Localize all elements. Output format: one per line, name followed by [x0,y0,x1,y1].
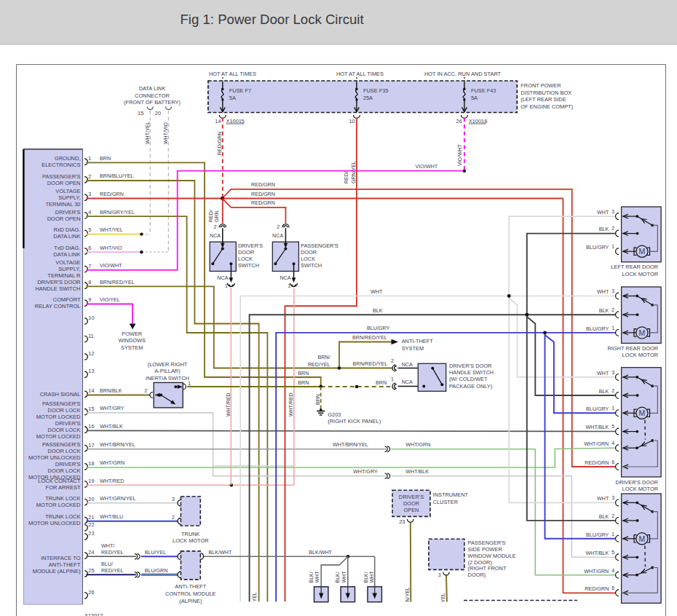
svg-text:INTERFACE TO: INTERFACE TO [41,555,80,561]
svg-text:1: 1 [611,532,614,537]
svg-text:TERMINAL R: TERMINAL R [47,272,81,279]
svg-text:GRN/YEL: GRN/YEL [351,161,356,183]
svg-text:RED/GRN: RED/GRN [251,182,275,188]
svg-text:WHT/GRN: WHT/GRN [584,441,609,447]
svg-text:10: 10 [349,118,355,125]
svg-text:2: 2 [611,388,614,393]
svg-text:1: 1 [611,406,614,411]
svg-text:G203: G203 [328,411,341,418]
svg-text:M: M [639,408,646,417]
svg-text:BRN: BRN [298,371,309,376]
svg-text:HANDLE SWITCH: HANDLE SWITCH [449,369,494,376]
svg-text:WHT: WHT [597,210,609,216]
svg-text:DRIVER'S DOOR: DRIVER'S DOOR [37,279,81,285]
svg-text:24: 24 [88,549,94,556]
svg-text:DRIVER'S: DRIVER'S [55,461,81,467]
svg-text:DRIVER'S: DRIVER'S [238,242,263,249]
svg-text:TRUNK LOCK: TRUNK LOCK [45,495,80,502]
svg-text:RxD DIAG.: RxD DIAG. [53,226,80,233]
svg-text:2: 2 [214,224,217,229]
svg-text:RED/GRN: RED/GRN [251,200,275,206]
svg-text:MOTOR LOCKED: MOTOR LOCKED [36,502,81,508]
svg-text:MOTOR LOCKED: MOTOR LOCKED [36,433,81,440]
svg-text:RED/GRN: RED/GRN [585,460,609,466]
svg-text:WHT/VIO: WHT/VIO [100,245,122,251]
svg-text:DOOR: DOOR [403,500,419,507]
svg-text:HOT IN ACC, RUN AND START: HOT IN ACC, RUN AND START [424,71,502,77]
svg-text:5: 5 [611,424,614,429]
svg-text:3: 3 [172,497,175,502]
svg-text:M: M [639,534,646,543]
svg-text:WHT/GRN: WHT/GRN [405,442,430,448]
svg-text:14: 14 [88,387,94,394]
svg-text:BRN: BRN [298,380,309,386]
svg-text:BRN/BLU/YEL: BRN/BLU/YEL [100,173,133,179]
svg-text:(RIGHT FRONT: (RIGHT FRONT [468,565,507,572]
svg-text:DATA LINK: DATA LINK [53,233,80,240]
svg-text:7: 7 [88,263,91,269]
svg-text:2: 2 [611,226,614,231]
svg-text:15: 15 [138,110,143,117]
svg-text:RED/GRN: RED/GRN [585,586,609,592]
svg-text:SUPPLY,: SUPPLY, [58,266,80,272]
svg-text:NCA: NCA [402,379,413,385]
svg-text:LOCK MOTOR: LOCK MOTOR [622,352,659,358]
svg-text:N/YEL: N/YEL [405,587,410,601]
svg-text:X13012: X13012 [84,612,103,616]
svg-text:BRN/RED/YEL: BRN/RED/YEL [352,335,387,341]
svg-text:INSTRUMENT: INSTRUMENT [433,491,469,498]
svg-text:WHT/BLK: WHT/BLK [100,424,123,430]
svg-text:DRIVER'S: DRIVER'S [55,420,81,427]
svg-text:14: 14 [215,118,221,125]
svg-text:X10018: X10018 [469,118,487,125]
svg-text:SYSTEM: SYSTEM [402,345,424,352]
svg-text:1: 1 [611,325,614,331]
svg-text:TRUNK LOCK: TRUNK LOCK [45,513,80,520]
svg-text:23: 23 [88,530,94,537]
svg-text:LEFT REAR DOOR: LEFT REAR DOOR [611,264,658,270]
svg-text:PASSENGER'S: PASSENGER'S [468,540,506,546]
svg-text:CLUSTER: CLUSTER [433,499,459,505]
svg-text:BLK: BLK [599,389,609,395]
svg-text:WHT/BLU: WHT/BLU [100,514,123,520]
svg-text:ELECTRONICS: ELECTRONICS [41,162,80,168]
svg-text:RED/GRN: RED/GRN [100,191,124,197]
svg-text:M: M [639,328,646,337]
svg-text:WHT/GRN/YEL: WHT/GRN/YEL [100,496,136,502]
svg-text:FRONT POWER: FRONT POWER [520,82,561,89]
svg-text:25: 25 [88,567,94,574]
svg-text:X10015: X10015 [226,118,245,125]
svg-text:BLU/GRY: BLU/GRY [586,326,609,332]
svg-text:WHT/YEL: WHT/YEL [100,227,123,233]
svg-text:GROUND,: GROUND, [55,155,80,162]
svg-text:BLK/: BLK/ [335,572,340,583]
svg-text:WINDOWS: WINDOWS [119,337,146,344]
svg-text:13: 13 [88,368,94,374]
svg-text:1: 1 [225,283,228,288]
svg-text:LOCK CONTACT: LOCK CONTACT [38,478,81,484]
svg-text:BRN/: BRN/ [317,355,330,360]
svg-text:BLK/WHT: BLK/WHT [309,550,332,556]
svg-text:2: 2 [144,388,147,393]
svg-text:WHT/BRN/YEL: WHT/BRN/YEL [100,442,135,448]
svg-text:GRN: GRN [214,210,219,222]
svg-text:SIDE POWER: SIDE POWER [468,546,502,553]
svg-text:Fig 1: Power Door Lock Circuit: Fig 1: Power Door Lock Circuit [181,12,365,27]
svg-text:6: 6 [611,585,614,591]
svg-text:WHT/GRY: WHT/GRY [100,406,124,411]
svg-text:DOOR LOCK: DOOR LOCK [47,407,80,414]
svg-text:1: 1 [391,376,394,382]
svg-text:DOOR LOCK: DOOR LOCK [47,427,80,433]
svg-text:RED/YEL: RED/YEL [101,550,124,556]
svg-text:(FRONT OF BATTERY): (FRONT OF BATTERY) [124,99,181,106]
svg-text:LOCK: LOCK [238,256,253,262]
svg-text:RED/GRN: RED/GRN [251,191,275,197]
svg-text:4: 4 [88,209,91,216]
svg-text:RED/GRN: RED/GRN [217,132,222,155]
svg-text:RED/: RED/ [208,210,213,222]
svg-text:(LEFT REAR SIDE: (LEFT REAR SIDE [520,96,566,103]
svg-text:A-PILLAR): A-PILLAR) [154,368,180,374]
svg-text:FUSE F7: FUSE F7 [229,87,251,94]
svg-text:DISTRIBUTION BOX: DISTRIBUTION BOX [520,90,571,96]
svg-text:2: 2 [611,513,614,518]
